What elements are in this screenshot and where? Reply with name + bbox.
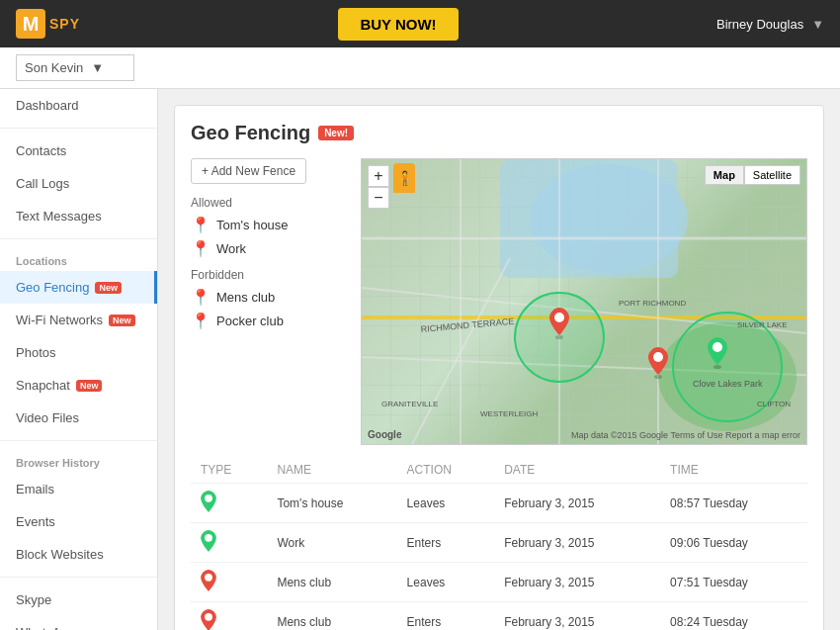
- sidebar-item-video-files[interactable]: Video Files: [0, 402, 157, 434]
- svg-point-1: [530, 164, 688, 273]
- map-zoom-in-button[interactable]: +: [368, 165, 389, 187]
- sidebar-item-events[interactable]: Events: [0, 505, 157, 538]
- forbidden-pin-2-icon: 📍: [191, 312, 210, 330]
- allowed-section-title: Allowed: [191, 196, 349, 210]
- sidebar-divider-3: [0, 440, 157, 441]
- geo-fencing-title: Geo Fencing: [191, 122, 310, 144]
- buy-now-button[interactable]: BUY NOW!: [338, 8, 458, 41]
- geo-fencing-table: TYPE NAME ACTION DATE TIME Tom's house L…: [191, 457, 807, 630]
- sidebar-label-skype: Skype: [16, 592, 51, 607]
- content-card: Geo Fencing New! + Add New Fence Allowed…: [174, 105, 824, 630]
- svg-point-28: [205, 574, 212, 582]
- header: M SPY BUY NOW! Birney Douglas ▼: [0, 0, 840, 47]
- sidebar-item-photos[interactable]: Photos: [0, 336, 157, 369]
- row-time: 07:51 Tuesday: [660, 563, 807, 602]
- allowed-pin-2-icon: 📍: [191, 239, 210, 258]
- svg-text:WESTERLEIGH: WESTERLEIGH: [480, 409, 538, 418]
- sidebar: Dashboard Contacts Call Logs Text Messag…: [0, 89, 158, 630]
- map-container[interactable]: RICHMOND TERRACE PORT RICHMOND Clove Lak…: [361, 158, 807, 445]
- col-type: TYPE: [191, 457, 267, 484]
- browser-history-section-label: Browser History: [0, 447, 157, 473]
- sidebar-item-text-messages[interactable]: Text Messages: [0, 200, 157, 232]
- allowed-pin-1-icon: 📍: [191, 216, 210, 234]
- table-header-row: TYPE NAME ACTION DATE TIME: [191, 457, 807, 484]
- sidebar-item-snapchat[interactable]: Snapchat New: [0, 369, 157, 402]
- sidebar-item-call-logs[interactable]: Call Logs: [0, 167, 157, 200]
- allowed-fence-1: 📍 Tom's house: [191, 216, 349, 234]
- forbidden-fence-2-name: Pocker club: [216, 314, 284, 328]
- svg-point-26: [205, 495, 212, 502]
- sidebar-item-wifi-networks[interactable]: Wi-Fi Networks New: [0, 304, 157, 336]
- page-title: Geo Fencing New!: [191, 122, 807, 144]
- sidebar-item-dashboard[interactable]: Dashboard: [0, 89, 157, 122]
- geo-fencing-new-badge: New: [95, 282, 122, 294]
- sidebar-divider-4: [0, 577, 157, 578]
- map-view-button[interactable]: Map: [705, 165, 744, 185]
- sidebar-label-wifi-networks: Wi-Fi Networks: [16, 313, 103, 327]
- sidebar-item-contacts[interactable]: Contacts: [0, 135, 157, 167]
- table-row: Mens club Enters February 3, 2015 08:24 …: [191, 602, 807, 631]
- device-dropdown-icon: ▼: [91, 60, 104, 75]
- svg-text:Clove Lakes Park: Clove Lakes Park: [693, 379, 763, 389]
- allowed-fence-2-name: Work: [216, 241, 246, 256]
- table-container: TYPE NAME ACTION DATE TIME Tom's house L…: [191, 457, 807, 630]
- sidebar-item-skype[interactable]: Skype: [0, 584, 157, 616]
- add-fence-button[interactable]: + Add New Fence: [191, 158, 306, 184]
- svg-point-27: [205, 534, 212, 542]
- forbidden-section-title: Forbidden: [191, 268, 349, 282]
- sidebar-divider-2: [0, 238, 157, 239]
- layout: Dashboard Contacts Call Logs Text Messag…: [0, 89, 840, 630]
- map-person-icon: 🧍: [393, 163, 415, 193]
- col-name: NAME: [267, 457, 396, 484]
- map-view-toggle: Map Satellite: [705, 165, 800, 185]
- svg-point-29: [205, 613, 212, 621]
- user-dropdown-arrow-icon[interactable]: ▼: [811, 17, 824, 32]
- row-date: February 3, 2015: [494, 602, 660, 631]
- user-name: Birney Douglas: [716, 17, 803, 32]
- device-selector[interactable]: Son Kevin ▼: [16, 54, 134, 81]
- map-attribution: Map data ©2015 Google Terms of Use Repor…: [571, 430, 800, 440]
- row-name: Mens club: [267, 563, 396, 602]
- svg-text:SILVER LAKE: SILVER LAKE: [737, 320, 788, 329]
- svg-text:CLIFTON: CLIFTON: [757, 400, 791, 408]
- row-type: [191, 602, 267, 631]
- sidebar-item-block-websites[interactable]: Block Websites: [0, 538, 157, 571]
- content-body: + Add New Fence Allowed 📍 Tom's house 📍 …: [191, 158, 807, 445]
- sidebar-label-call-logs: Call Logs: [16, 176, 69, 191]
- svg-point-16: [653, 352, 663, 362]
- sidebar-label-geo-fencing: Geo Fencing: [16, 280, 89, 295]
- left-panel: + Add New Fence Allowed 📍 Tom's house 📍 …: [191, 158, 349, 445]
- table-row: Mens club Leaves February 3, 2015 07:51 …: [191, 563, 807, 602]
- add-fence-label: + Add New Fence: [202, 164, 295, 178]
- sidebar-item-whatsapp[interactable]: WhatsApp: [0, 616, 157, 630]
- svg-text:GRANITEVILLE: GRANITEVILLE: [381, 400, 438, 408]
- sidebar-label-contacts: Contacts: [16, 143, 66, 158]
- allowed-fence-2: 📍 Work: [191, 239, 349, 258]
- forbidden-pin-1-icon: 📍: [191, 288, 210, 307]
- snapchat-new-badge: New: [76, 380, 103, 392]
- col-action: ACTION: [397, 457, 495, 484]
- svg-point-14: [554, 313, 564, 322]
- row-name: Work: [267, 523, 396, 563]
- svg-point-15: [654, 375, 662, 379]
- sidebar-label-snapchat: Snapchat: [16, 378, 70, 393]
- sidebar-item-geo-fencing[interactable]: Geo Fencing New: [0, 271, 157, 304]
- sidebar-label-whatsapp: WhatsApp: [16, 625, 75, 630]
- row-type: [191, 523, 267, 563]
- map-svg: RICHMOND TERRACE PORT RICHMOND Clove Lak…: [362, 159, 806, 444]
- satellite-view-button[interactable]: Satellite: [744, 165, 800, 185]
- row-action: Enters: [397, 602, 495, 631]
- map-zoom-out-button[interactable]: −: [368, 187, 389, 209]
- sub-header: Son Kevin ▼: [0, 47, 840, 89]
- row-action: Leaves: [397, 484, 495, 523]
- row-date: February 3, 2015: [494, 484, 660, 523]
- sidebar-label-photos: Photos: [16, 345, 55, 360]
- row-date: February 3, 2015: [494, 523, 660, 563]
- table-row: Work Enters February 3, 2015 09:06 Tuesd…: [191, 523, 807, 563]
- sidebar-label-text-messages: Text Messages: [16, 209, 102, 224]
- row-type: [191, 484, 267, 523]
- user-menu[interactable]: Birney Douglas ▼: [716, 17, 824, 32]
- row-time: 08:24 Tuesday: [660, 602, 807, 631]
- logo-m-icon: M: [16, 9, 45, 39]
- sidebar-item-emails[interactable]: Emails: [0, 473, 157, 505]
